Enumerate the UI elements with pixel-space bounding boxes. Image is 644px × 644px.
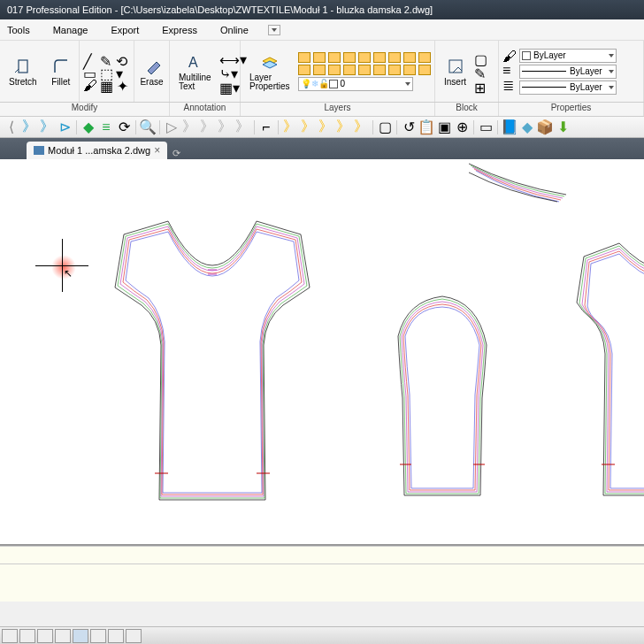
model-toggle[interactable]	[126, 629, 142, 643]
insert-button[interactable]: Insert	[439, 54, 472, 88]
layer-prev-icon[interactable]	[298, 65, 310, 75]
menu-tools[interactable]: Tools	[4, 23, 34, 37]
osnap-toggle[interactable]	[73, 629, 88, 643]
layer-cur-icon[interactable]	[328, 65, 341, 75]
layer-state-icon[interactable]	[403, 65, 416, 75]
color-selector[interactable]: ByLayer	[519, 49, 617, 63]
ortho-toggle[interactable]	[37, 629, 53, 643]
active-tab[interactable]: Moduł 1 ...amska 2.dwg ×	[27, 142, 167, 159]
tb-search-icon[interactable]: 🔍	[140, 119, 156, 135]
tb-next2-icon[interactable]: 》	[39, 119, 55, 135]
tb-g5-icon[interactable]: 》	[353, 119, 369, 135]
menu-manage[interactable]: Manage	[50, 23, 92, 37]
drawing-canvas[interactable]: ↖	[0, 159, 644, 545]
mtext-label: Multiline Text	[179, 73, 211, 91]
match-icon[interactable]: 🖌	[502, 49, 517, 61]
tb-g2-icon[interactable]: 》	[300, 119, 316, 135]
layer-walk-icon[interactable]	[358, 65, 371, 75]
mtext-button[interactable]: A Multiline Text	[173, 50, 217, 93]
explode-icon[interactable]: ✦	[117, 78, 131, 90]
chevron-down-icon	[609, 86, 614, 89]
tab-overflow-icon[interactable]: ⟳	[172, 148, 180, 159]
menu-online[interactable]: Online	[217, 23, 252, 37]
layer-new-icon[interactable]	[418, 65, 431, 75]
tab-close-icon[interactable]: ×	[154, 144, 160, 157]
grid-icon[interactable]: ▦	[100, 78, 114, 90]
move-icon[interactable]: ⬚	[100, 65, 114, 78]
linetype-selector[interactable]: ByLayer	[519, 80, 617, 95]
tb-box-icon[interactable]: 📦	[537, 119, 553, 135]
tb-g3-icon[interactable]: 》	[318, 119, 334, 135]
layer-thaw-icon[interactable]	[388, 52, 401, 63]
dashline-icon[interactable]: ╱	[83, 53, 97, 65]
tb-tag2-icon[interactable]: ◆	[519, 119, 535, 135]
tb-tag-icon[interactable]: ◆	[80, 119, 96, 135]
layer-iso-icon[interactable]	[358, 52, 371, 63]
layer-off-icon[interactable]	[313, 52, 326, 63]
tb-ff3-icon[interactable]: 》	[217, 119, 233, 135]
rotate-icon[interactable]: ⟲	[116, 53, 130, 65]
layer-lock-icon[interactable]	[343, 52, 356, 63]
tb-clip-icon[interactable]: 📋	[418, 119, 434, 135]
tb-g4-icon[interactable]: 》	[335, 119, 351, 135]
command-area[interactable]	[0, 545, 644, 602]
layer-uniso-icon[interactable]	[373, 52, 386, 63]
tb-prop-icon[interactable]: ▣	[436, 119, 452, 135]
tb-next3-icon[interactable]: ⊳	[57, 119, 73, 135]
leader-icon[interactable]: ⤷▾	[219, 65, 234, 78]
tb-next-icon[interactable]: 》	[21, 119, 37, 135]
tb-sq-icon[interactable]: ▢	[377, 119, 393, 135]
layer-match-icon[interactable]	[313, 65, 326, 75]
tb-dl-icon[interactable]: ⬇	[555, 119, 571, 135]
layer-freeze-icon[interactable]	[328, 52, 341, 63]
table-icon[interactable]: ▦▾	[219, 80, 234, 92]
layer-del-icon[interactable]	[373, 65, 386, 75]
fillet-button[interactable]: Fillet	[45, 54, 77, 88]
snap-toggle[interactable]	[2, 629, 18, 643]
tb-ff2-icon[interactable]: 》	[199, 119, 215, 135]
panel-layers: Layer Properties	[241, 41, 435, 102]
chevron-down-icon	[609, 54, 614, 58]
menu-express[interactable]: Express	[158, 23, 201, 37]
tb-list-icon[interactable]: ≡	[98, 119, 114, 135]
erase-button[interactable]: Erase	[138, 54, 165, 88]
tb-target-icon[interactable]: ⊕	[454, 119, 470, 135]
layerprops-button[interactable]: Layer Properties	[244, 50, 295, 93]
grid-toggle[interactable]	[19, 629, 35, 643]
tb-play-icon[interactable]: ▷	[164, 119, 180, 135]
edit-icon[interactable]: ✎	[100, 53, 114, 65]
list2-icon[interactable]: ≣	[502, 77, 517, 89]
attr-icon[interactable]: ⊞	[474, 80, 488, 92]
layer-on-icon[interactable]	[403, 52, 416, 63]
menu-export[interactable]: Export	[107, 23, 142, 37]
layer-merge-icon[interactable]	[388, 65, 401, 75]
otrack-toggle[interactable]	[90, 629, 106, 643]
tb-prev-icon[interactable]: ⟨	[4, 119, 19, 135]
tb-refresh-icon[interactable]: ⟳	[116, 119, 132, 135]
dim-icon[interactable]: ⟷▾	[219, 51, 234, 64]
tb-doc-icon[interactable]: ▭	[478, 119, 494, 135]
layer-make-icon[interactable]	[298, 52, 310, 63]
lineweight-selector[interactable]: ByLayer	[519, 65, 617, 79]
tb-angle-icon[interactable]: ⌐	[258, 119, 274, 135]
menu-dropdown-icon[interactable]	[268, 25, 280, 35]
create-block-icon[interactable]: ▢	[474, 51, 488, 64]
rect-icon[interactable]: ▭	[83, 65, 97, 78]
lwt-toggle[interactable]	[108, 629, 124, 643]
paint-icon[interactable]: 🖌	[83, 78, 97, 90]
layer-selector[interactable]: 💡❄🔓 0	[298, 77, 413, 91]
edit-block-icon[interactable]: ✎	[474, 65, 488, 78]
stretch-label: Stretch	[9, 77, 37, 87]
tb-undo-icon[interactable]: ↺	[401, 119, 417, 135]
tb-g1-icon[interactable]: 》	[282, 119, 298, 135]
layer-copy-icon[interactable]	[343, 65, 356, 75]
tb-ff1-icon[interactable]: 》	[181, 119, 197, 135]
stretch-button[interactable]: Stretch	[4, 54, 42, 88]
tb-ff4-icon[interactable]: 》	[234, 119, 250, 135]
layer-unlock-icon[interactable]	[418, 52, 431, 63]
dd-icon[interactable]: ▾	[116, 65, 130, 78]
cmd-input[interactable]	[0, 564, 644, 581]
tb-book-icon[interactable]: 📘	[502, 119, 518, 135]
list-icon[interactable]: ≡	[502, 63, 517, 75]
polar-toggle[interactable]	[55, 629, 71, 643]
